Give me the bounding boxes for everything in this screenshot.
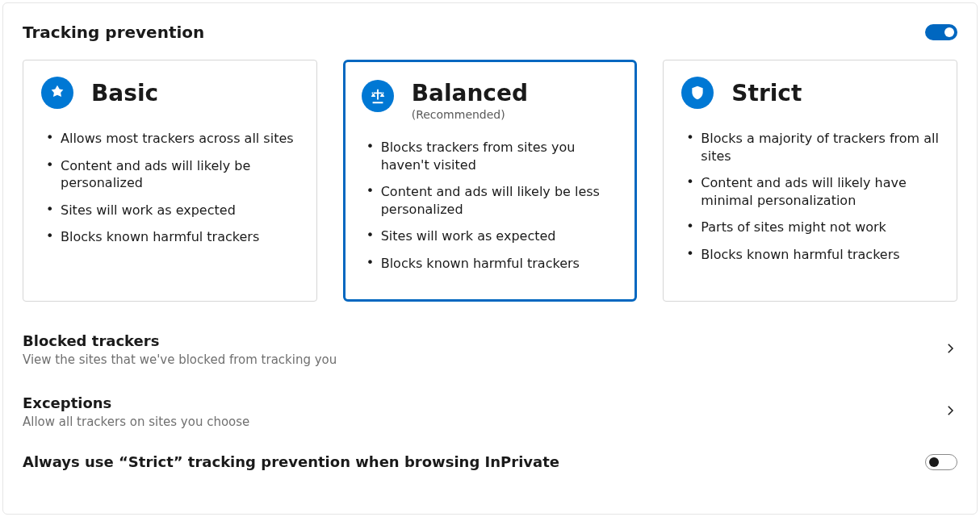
list-item: Blocks known harmful trackers	[685, 241, 939, 269]
card-head: Balanced (Recommended)	[362, 77, 619, 121]
card-title: Balanced	[412, 80, 528, 106]
target-icon	[41, 77, 73, 109]
list-item: Blocks known harmful trackers	[365, 250, 619, 277]
card-basic[interactable]: Basic Allows most trackers across all si…	[23, 60, 317, 302]
card-bullets: Blocks a majority of trackers from all s…	[681, 125, 939, 269]
card-head: Basic	[41, 77, 299, 109]
list-item: Sites will work as expected	[365, 223, 619, 250]
card-bullets: Allows most trackers across all sites Co…	[41, 125, 299, 251]
level-cards: Basic Allows most trackers across all si…	[23, 60, 957, 302]
strict-inprivate-toggle[interactable]	[925, 454, 957, 470]
scales-icon	[362, 80, 394, 112]
list-item: Parts of sites might not work	[685, 214, 939, 241]
list-item: Blocks a majority of trackers from all s…	[685, 125, 939, 169]
row-desc: View the sites that we've blocked from t…	[23, 352, 337, 367]
section-title: Tracking prevention	[23, 23, 204, 42]
card-title: Strict	[731, 80, 802, 106]
shield-icon	[681, 77, 714, 109]
tracking-prevention-panel: Tracking prevention Basic Allows most tr…	[2, 2, 978, 515]
toggle-knob	[944, 27, 954, 37]
list-item: Blocks known harmful trackers	[44, 223, 299, 251]
card-bullets: Blocks trackers from sites you haven't v…	[362, 134, 619, 277]
card-head: Strict	[681, 77, 939, 109]
toggle-knob	[929, 457, 939, 467]
list-item: Sites will work as expected	[44, 197, 299, 224]
row-desc: Allow all trackers on sites you choose	[23, 415, 249, 429]
list-item: Content and ads will likely be less pers…	[365, 178, 619, 223]
card-balanced[interactable]: Balanced (Recommended) Blocks trackers f…	[343, 60, 638, 302]
list-item: Content and ads will likely be personali…	[44, 152, 299, 197]
chevron-right-icon	[943, 341, 957, 359]
blocked-trackers-row[interactable]: Blocked trackers View the sites that we'…	[23, 323, 957, 377]
strict-inprivate-label: Always use “Strict” tracking prevention …	[23, 453, 559, 470]
card-strict[interactable]: Strict Blocks a majority of trackers fro…	[663, 60, 957, 302]
chevron-right-icon	[943, 403, 957, 421]
strict-inprivate-row: Always use “Strict” tracking prevention …	[23, 439, 957, 470]
list-item: Content and ads will likely have minimal…	[685, 169, 939, 214]
row-title: Blocked trackers	[23, 332, 337, 349]
header-row: Tracking prevention	[23, 23, 957, 42]
row-title: Exceptions	[23, 394, 249, 411]
exceptions-row[interactable]: Exceptions Allow all trackers on sites y…	[23, 385, 957, 439]
list-item: Allows most trackers across all sites	[44, 125, 299, 152]
card-title: Basic	[91, 80, 158, 106]
tracking-prevention-toggle[interactable]	[925, 24, 957, 40]
card-subtitle: (Recommended)	[412, 108, 528, 121]
list-item: Blocks trackers from sites you haven't v…	[365, 134, 619, 178]
